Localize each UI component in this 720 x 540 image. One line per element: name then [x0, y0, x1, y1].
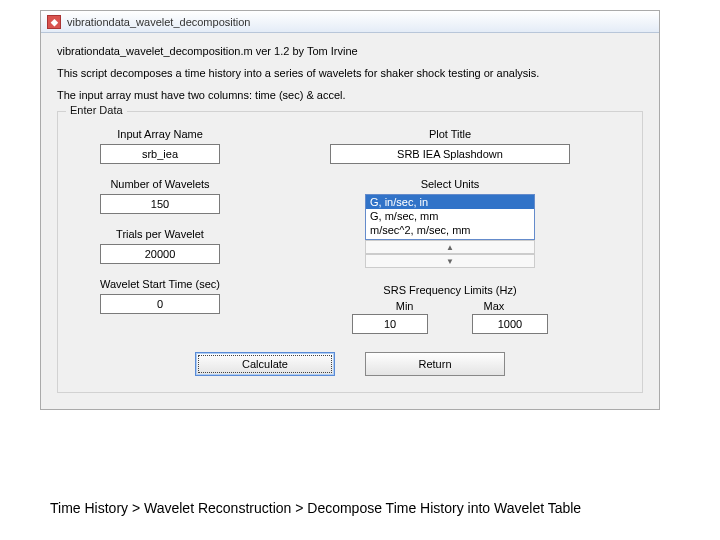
- minmax-row: [352, 314, 548, 334]
- input-array-label: Input Array Name: [117, 128, 203, 140]
- client-area: vibrationdata_wavelet_decomposition.m ve…: [41, 33, 659, 409]
- slide-caption: Time History > Wavelet Reconstruction > …: [50, 500, 581, 516]
- num-wavelets-field[interactable]: [100, 194, 220, 214]
- units-option-1[interactable]: G, m/sec, mm: [366, 209, 534, 223]
- scroll-down-icon[interactable]: ▼: [365, 254, 535, 268]
- app-icon: ◆: [47, 15, 61, 29]
- plot-title-label: Plot Title: [429, 128, 471, 140]
- max-label: Max: [483, 300, 504, 312]
- return-button[interactable]: Return: [365, 352, 505, 376]
- units-option-2[interactable]: m/sec^2, m/sec, mm: [366, 223, 534, 237]
- plot-title-field[interactable]: [330, 144, 570, 164]
- right-column: Plot Title Select Units G, in/sec, in G,…: [270, 122, 630, 334]
- scroll-up-icon[interactable]: ▲: [365, 240, 535, 254]
- select-units-label: Select Units: [421, 178, 480, 190]
- start-time-field[interactable]: [100, 294, 220, 314]
- fieldset-legend: Enter Data: [66, 104, 127, 116]
- trials-field[interactable]: [100, 244, 220, 264]
- intro-line-3: The input array must have two columns: t…: [57, 89, 643, 101]
- window-title: vibrationdata_wavelet_decomposition: [67, 16, 250, 28]
- srs-min-field[interactable]: [352, 314, 428, 334]
- titlebar[interactable]: ◆ vibrationdata_wavelet_decomposition: [41, 11, 659, 33]
- enter-data-fieldset: Enter Data Input Array Name Number of Wa…: [57, 111, 643, 393]
- intro-text: vibrationdata_wavelet_decomposition.m ve…: [57, 45, 643, 101]
- intro-line-2: This script decomposes a time history in…: [57, 67, 643, 79]
- units-option-0[interactable]: G, in/sec, in: [366, 195, 534, 209]
- calculate-button[interactable]: Calculate: [195, 352, 335, 376]
- left-column: Input Array Name Number of Wavelets Tria…: [70, 122, 250, 334]
- srs-limits-label: SRS Frequency Limits (Hz): [383, 284, 516, 296]
- units-listbox[interactable]: G, in/sec, in G, m/sec, mm m/sec^2, m/se…: [365, 194, 535, 268]
- main-window: ◆ vibrationdata_wavelet_decomposition vi…: [40, 10, 660, 410]
- min-label: Min: [396, 300, 414, 312]
- units-scrollbar[interactable]: ▲ ▼: [365, 240, 535, 268]
- minmax-labels: Min Max: [350, 300, 550, 312]
- trials-label: Trials per Wavelet: [116, 228, 204, 240]
- start-time-label: Wavelet Start Time (sec): [100, 278, 220, 290]
- input-array-field[interactable]: [100, 144, 220, 164]
- button-row: Calculate Return: [70, 352, 630, 376]
- num-wavelets-label: Number of Wavelets: [110, 178, 209, 190]
- srs-max-field[interactable]: [472, 314, 548, 334]
- intro-line-1: vibrationdata_wavelet_decomposition.m ve…: [57, 45, 643, 57]
